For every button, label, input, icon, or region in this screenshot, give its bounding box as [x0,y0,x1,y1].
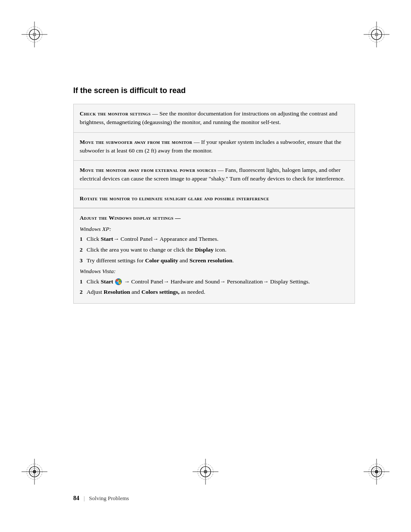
footer-text: Solving Problems [89,495,129,502]
xp-step-1: 1 Click Start→ Control Panel→ Appearance… [80,234,349,244]
page-number: 84 [73,495,79,502]
tip-move-monitor-term: Move the monitor away from external powe… [80,167,216,173]
svg-rect-29 [119,279,121,282]
tip-rotate-monitor-term: Rotate the monitor to eliminate sunlight… [80,195,269,202]
tip-move-subwoofer-term: Move the subwoofer away from the monitor [80,139,192,145]
svg-rect-31 [119,282,121,284]
corner-mark-tl [22,22,47,47]
tip-rotate-monitor: Rotate the monitor to eliminate sunlight… [74,189,355,208]
footer: 84 | Solving Problems [73,495,355,502]
svg-point-19 [375,470,378,473]
corner-mark-tr [364,22,389,47]
vista-step-2: 2 Adjust Resolution and Colors settings,… [80,287,349,297]
vista-steps: 1 Click Start [80,277,349,297]
adjust-title: Adjust the Windows display settings — [80,214,349,223]
corner-mark-bl [22,459,47,485]
svg-rect-28 [116,279,118,282]
adjust-windows-section: Adjust the Windows display settings — Wi… [73,208,355,304]
adjust-title-text: Adjust the Windows display settings [80,215,174,221]
svg-point-3 [33,33,36,36]
svg-rect-30 [116,282,118,284]
xp-label: Windows XP: [80,224,349,234]
windows-logo-icon [115,278,122,285]
tip-check-monitor-term: Check the monitor settings [80,110,151,117]
svg-point-25 [204,470,207,473]
footer-separator: | [84,495,85,502]
xp-step-2: 2 Click the area you want to change or c… [80,245,349,255]
content-area: If the screen is difficult to read Check… [73,86,355,467]
vista-step-1: 1 Click Start [80,277,349,286]
xp-step-3: 3 Try different settings for Color quali… [80,256,349,265]
tip-check-monitor: Check the monitor settings — See the mon… [74,104,355,133]
svg-point-13 [33,470,36,473]
tips-table: Check the monitor settings — See the mon… [73,104,355,208]
xp-steps: 1 Click Start→ Control Panel→ Appearance… [80,234,349,265]
svg-point-8 [375,33,378,36]
section-title: If the screen is difficult to read [73,86,355,95]
tip-move-subwoofer: Move the subwoofer away from the monitor… [74,132,355,161]
tip-move-monitor: Move the monitor away from external powe… [74,161,355,189]
page: If the screen is difficult to read Check… [0,0,411,532]
vista-label: Windows Vista: [80,267,349,276]
corner-mark-br [364,459,389,485]
